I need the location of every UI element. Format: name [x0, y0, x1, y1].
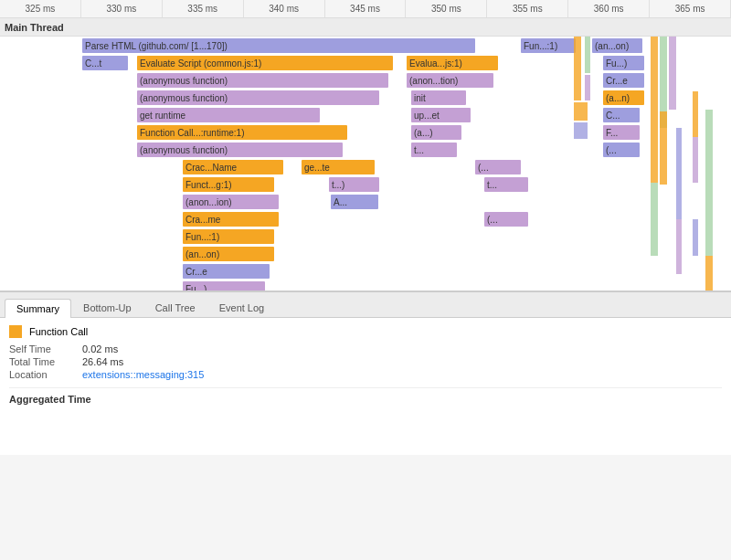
right-block-13: [705, 110, 713, 256]
ruler-label-5: 350 ms: [406, 0, 487, 17]
ruler-label-6: 355 ms: [487, 0, 568, 17]
ruler-label-4: 345 ms: [325, 0, 407, 17]
flame-bar-5[interactable]: Evalua...js:1): [407, 56, 498, 70]
flame-bar-26[interactable]: t...): [329, 177, 379, 192]
flame-bar-17[interactable]: (a...): [411, 125, 461, 140]
flame-bar-31[interactable]: (...: [484, 212, 528, 227]
right-block-5: [651, 37, 658, 183]
flame-bar-28[interactable]: (anon...ion): [183, 195, 279, 209]
right-block-7: [669, 37, 676, 110]
right-block-10: [693, 91, 698, 137]
total-time-label: Total Time: [9, 356, 82, 367]
right-block-1: [585, 37, 590, 73]
ruler-label-8: 365 ms: [650, 0, 731, 17]
flame-bar-13[interactable]: get runtime: [137, 108, 320, 122]
time-ruler: 325 ms330 ms335 ms340 ms345 ms350 ms355 …: [0, 0, 731, 18]
total-time-row: Total Time 26.64 ms: [9, 356, 722, 367]
location-row: Location extensions::messaging:315: [9, 369, 722, 380]
right-block-8: [660, 111, 667, 185]
flame-bar-20[interactable]: t...: [411, 143, 457, 157]
thread-label: Main Thread: [0, 18, 731, 37]
flame-bar-25[interactable]: Funct...g:1): [183, 177, 274, 192]
self-time-value: 0.02 ms: [82, 343, 118, 354]
ruler-label-1: 330 ms: [81, 0, 163, 17]
right-block-14: [705, 256, 713, 292]
ruler-label-3: 340 ms: [244, 0, 325, 17]
flame-bar-24[interactable]: (...: [475, 160, 521, 174]
flame-bar-0[interactable]: Parse HTML (github.com/ [1...170]): [82, 38, 475, 53]
self-time-row: Self Time 0.02 ms: [9, 343, 722, 354]
flame-bar-35[interactable]: Fu...): [183, 281, 265, 292]
flame-bar-19[interactable]: (anonymous function): [137, 143, 343, 157]
flame-bar-18[interactable]: F...: [603, 125, 640, 140]
self-time-label: Self Time: [9, 343, 82, 354]
flame-bar-16[interactable]: Function Call...:runtime:1): [137, 125, 347, 140]
right-block-9: [651, 183, 658, 256]
ruler-label-7: 360 ms: [568, 0, 650, 17]
flame-bar-6[interactable]: Fu...): [603, 56, 644, 70]
right-block-15: [676, 128, 682, 219]
right-block-16: [676, 219, 682, 274]
flame-bar-33[interactable]: (an...on): [183, 247, 274, 261]
flame-bar-11[interactable]: init: [411, 90, 466, 105]
right-block-4: [574, 122, 588, 139]
flame-bar-30[interactable]: Cra...me: [183, 212, 279, 227]
right-block-11: [693, 137, 698, 183]
flame-bar-22[interactable]: Crac...Name: [183, 160, 283, 174]
tab-summary[interactable]: Summary: [5, 299, 71, 318]
location-link[interactable]: extensions::messaging:315: [82, 369, 204, 380]
right-block-2: [585, 75, 590, 100]
flame-bar-3[interactable]: C...t: [82, 56, 128, 70]
right-block-0: [574, 37, 581, 100]
flame-bar-8[interactable]: (anon...tion): [407, 73, 493, 88]
aggregated-time-title: Aggregated Time: [9, 387, 722, 405]
flame-bar-14[interactable]: up...et: [411, 108, 471, 122]
flame-bar-7[interactable]: (anonymous function): [137, 73, 388, 88]
summary-stats: Self Time 0.02 ms Total Time 26.64 ms Lo…: [9, 343, 722, 380]
flame-chart[interactable]: Parse HTML (github.com/ [1...170])Fun...…: [0, 37, 731, 292]
tab-bottom-up[interactable]: Bottom-Up: [71, 298, 143, 317]
summary-panel: Function Call Self Time 0.02 ms Total Ti…: [0, 318, 731, 455]
timeline-container: 325 ms330 ms335 ms340 ms345 ms350 ms355 …: [0, 0, 731, 560]
flame-bar-1[interactable]: Fun...:1): [521, 38, 576, 53]
flame-bar-10[interactable]: (anonymous function): [137, 90, 379, 105]
total-time-value: 26.64 ms: [82, 356, 123, 367]
tab-call-tree[interactable]: Call Tree: [143, 298, 207, 317]
location-label: Location: [9, 369, 82, 380]
tab-event-log[interactable]: Event Log: [207, 298, 277, 317]
flame-bar-12[interactable]: (a...n): [603, 90, 644, 105]
flame-bar-23[interactable]: ge...te: [302, 160, 375, 174]
flame-bar-4[interactable]: Evaluate Script (common.js:1): [137, 56, 393, 70]
tabs-bar: SummaryBottom-UpCall TreeEvent Log: [0, 292, 731, 318]
ruler-label-2: 335 ms: [163, 0, 244, 17]
function-call-color-box: [9, 325, 22, 338]
flame-bar-21[interactable]: (...: [603, 143, 640, 157]
right-block-3: [574, 102, 588, 121]
flame-bar-9[interactable]: Cr...e: [603, 73, 644, 88]
flame-bar-2[interactable]: (an...on): [592, 38, 642, 53]
function-call-label: Function Call: [29, 326, 88, 337]
flame-bar-15[interactable]: C...: [603, 108, 640, 122]
ruler-label-0: 325 ms: [0, 0, 81, 17]
flame-bar-34[interactable]: Cr...e: [183, 264, 270, 279]
right-block-12: [693, 219, 698, 256]
flame-bar-27[interactable]: t...: [484, 177, 528, 192]
flame-bar-29[interactable]: A...: [331, 195, 378, 209]
summary-item-function-call: Function Call: [9, 325, 722, 338]
flame-bar-32[interactable]: Fun...:1): [183, 229, 274, 244]
